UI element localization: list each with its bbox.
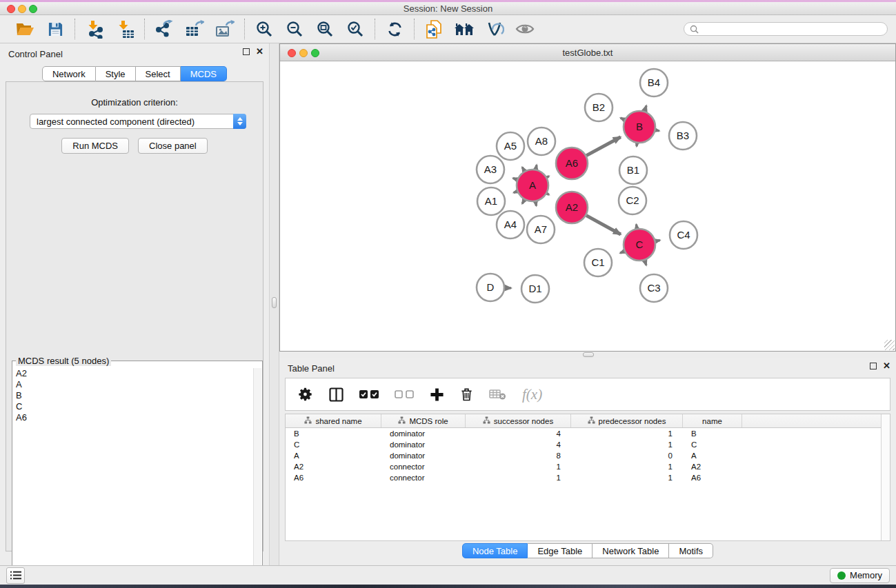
panel-splitter[interactable] [269, 43, 279, 565]
table-cell[interactable]: 1 [571, 461, 683, 472]
node-A1[interactable]: A1 [477, 187, 505, 215]
node-A3[interactable]: A3 [477, 156, 504, 183]
column-header-shared-name[interactable]: shared name [286, 414, 381, 427]
node-A5[interactable]: A5 [497, 132, 524, 160]
edge-C-C3[interactable] [645, 261, 646, 265]
splitter-handle[interactable] [272, 297, 277, 308]
table-cell[interactable]: A2 [286, 461, 381, 472]
node-C3[interactable]: C3 [640, 274, 668, 302]
table-cell[interactable]: A [286, 450, 381, 461]
edge-A-A4[interactable] [522, 200, 524, 204]
zoom-window-button[interactable] [29, 5, 37, 13]
minimize-window-button[interactable] [18, 5, 26, 13]
add-column-icon[interactable] [430, 387, 444, 402]
edge-A-A6[interactable] [547, 176, 549, 178]
edge-C-C4[interactable] [655, 240, 659, 241]
edge-B-B1[interactable] [637, 143, 637, 147]
table-row[interactable]: Adominator80A [286, 450, 890, 461]
node-C1[interactable]: C1 [584, 249, 612, 276]
import-network-icon[interactable] [84, 19, 105, 39]
task-history-button[interactable] [6, 567, 25, 584]
columns-icon[interactable] [329, 387, 344, 402]
show-hide-icon[interactable] [515, 19, 535, 39]
zoom-fit-icon[interactable] [315, 19, 335, 39]
window-resize-grip[interactable] [884, 340, 895, 350]
select-all-icon[interactable] [359, 390, 379, 398]
mcds-result-item[interactable]: C [16, 401, 262, 412]
search-input[interactable] [699, 24, 882, 34]
close-window-button[interactable] [7, 5, 15, 13]
export-network-icon[interactable] [154, 19, 175, 39]
node-A4[interactable]: A4 [497, 211, 524, 239]
tab-node-table[interactable]: Node Table [462, 543, 528, 558]
table-cell[interactable]: dominator [381, 439, 466, 450]
table-cell[interactable]: 8 [466, 450, 571, 461]
run-mcds-button[interactable]: Run MCDS [61, 138, 129, 154]
table-cell[interactable]: B [286, 428, 381, 439]
close-panel-icon[interactable]: ✕ [256, 48, 263, 55]
table-row[interactable]: A6connector11A6 [286, 472, 890, 483]
table-cell[interactable]: connector [381, 461, 466, 472]
export-table-icon[interactable] [184, 19, 205, 39]
edge-A2-C[interactable] [586, 216, 621, 234]
column-header-successor-nodes[interactable]: successor nodes [466, 414, 571, 427]
table-row[interactable]: Cdominator41C [286, 439, 890, 450]
edge-B-B3[interactable] [656, 130, 659, 131]
table-cell[interactable]: A2 [683, 461, 742, 472]
delete-column-icon[interactable] [460, 387, 473, 402]
node-B1[interactable]: B1 [619, 156, 647, 184]
node-B2[interactable]: B2 [585, 94, 613, 121]
tab-network-table[interactable]: Network Table [593, 543, 669, 558]
node-D1[interactable]: D1 [521, 275, 549, 303]
network-close-button[interactable] [288, 49, 296, 57]
table-cell[interactable]: A6 [683, 472, 742, 483]
node-A8[interactable]: A8 [528, 128, 555, 155]
zoom-in-icon[interactable] [254, 19, 275, 39]
network-minimize-button[interactable] [299, 49, 308, 57]
zoom-out-icon[interactable] [284, 19, 305, 39]
column-header-MCDS-role[interactable]: MCDS role [381, 414, 466, 427]
open-session-icon[interactable] [14, 19, 35, 39]
node-D[interactable]: D [477, 274, 504, 301]
close-panel-button[interactable]: Close panel [138, 138, 208, 154]
network-canvas[interactable]: B4B2BB3A8A5A6A3B1AA1C2A2A4A7C4CC1C3DD1 [280, 61, 895, 351]
node-B[interactable]: B [624, 111, 655, 143]
edge-B-B4[interactable] [644, 105, 646, 111]
node-B3[interactable]: B3 [669, 122, 697, 150]
table-cell[interactable]: connector [381, 472, 466, 483]
mcds-result-item[interactable]: A [16, 379, 262, 390]
import-table-icon[interactable] [115, 19, 135, 39]
network-window-titlebar[interactable]: testGlobe.txt [280, 44, 895, 61]
table-cell[interactable]: dominator [381, 450, 466, 461]
edge-B-B2[interactable] [621, 118, 625, 120]
close-panel-icon[interactable]: ✕ [883, 363, 890, 369]
table-scrollbar[interactable] [881, 414, 890, 540]
horizontal-splitter-handle[interactable] [583, 352, 594, 357]
memory-button[interactable]: Memory [830, 568, 890, 583]
table-cell[interactable]: dominator [381, 428, 466, 439]
search-field[interactable] [684, 22, 888, 36]
edge-C-C2[interactable] [636, 225, 637, 229]
column-header-predecessor-nodes[interactable]: predecessor nodes [571, 414, 683, 427]
float-panel-icon[interactable] [243, 48, 250, 55]
criterion-dropdown[interactable]: largest connected component (directed) [30, 114, 246, 129]
deselect-all-icon[interactable] [395, 390, 414, 398]
node-A2[interactable]: A2 [556, 192, 588, 223]
tab-network[interactable]: Network [42, 66, 96, 81]
table-cell[interactable]: 1 [571, 439, 683, 450]
table-cell[interactable]: 1 [466, 472, 571, 483]
function-builder-icon[interactable]: f(x) [522, 386, 542, 403]
edge-A-A8[interactable] [536, 165, 537, 169]
table-cell[interactable]: A6 [286, 472, 381, 483]
table-cell[interactable]: B [683, 428, 742, 439]
graphics-details-icon[interactable] [484, 19, 505, 39]
edge-A-A5[interactable] [522, 168, 524, 172]
table-cell[interactable]: 4 [466, 428, 571, 439]
node-C4[interactable]: C4 [670, 221, 697, 249]
node-A7[interactable]: A7 [527, 216, 555, 243]
home-icon[interactable] [454, 19, 475, 39]
table-cell[interactable]: 4 [466, 439, 571, 450]
zoom-selected-icon[interactable] [345, 19, 366, 39]
network-zoom-button[interactable] [311, 49, 319, 57]
column-header-name[interactable]: name [683, 414, 742, 427]
